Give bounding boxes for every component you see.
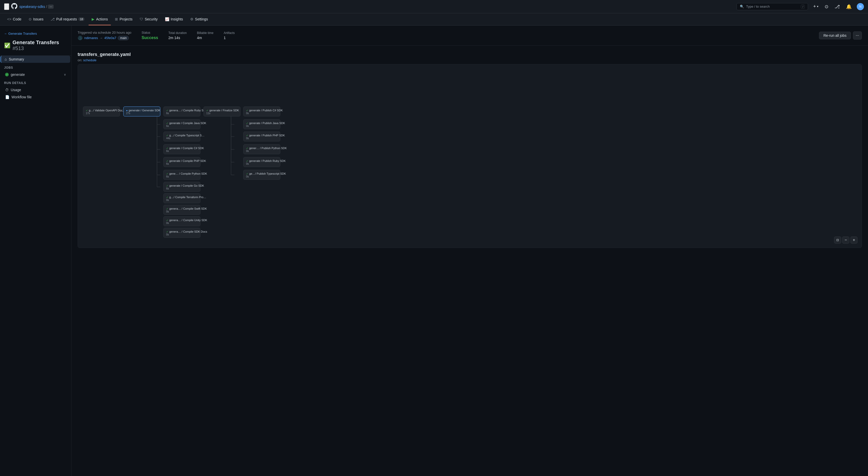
compile-go-icon: ✓ <box>166 184 168 187</box>
hamburger-button[interactable]: ☰ <box>4 3 9 10</box>
nav-settings[interactable]: ⚙ Settings <box>187 13 211 25</box>
compile-java-label: generate / Compile Java SDK <box>169 122 206 125</box>
breadcrumb[interactable]: ← Generate Transfers <box>0 30 71 38</box>
avatar[interactable]: N <box>857 3 864 10</box>
pullrequests-button[interactable]: ⎇ <box>834 3 841 10</box>
node-compile-ruby[interactable]: ✓ genera… / Compile Ruby SDK 6s <box>163 107 200 116</box>
create-button[interactable]: + ▾ <box>812 3 819 10</box>
arrow-icon: → <box>99 36 103 40</box>
nav-security[interactable]: 🛡 Security <box>136 13 161 25</box>
actions-label: Actions <box>96 17 108 21</box>
issues-nav-icon: ⊙ <box>29 17 32 21</box>
more-button[interactable]: ··· <box>853 31 862 39</box>
node-generate-sdk[interactable]: ● generate / Generate SDK 27s <box>123 107 160 116</box>
generate-sdk-status: ● generate / Generate SDK <box>126 109 157 112</box>
workflow-name: Generate Transfers #513 <box>12 39 67 51</box>
node-publish-java[interactable]: ✓ generate / Publish Java SDK 0s <box>243 119 280 129</box>
compile-java-status: ✓ generate / Compile Java SDK <box>166 122 197 125</box>
publish-cs-status: ✓ generate / Publish C# SDK <box>246 109 278 112</box>
publish-python-status: ✓ gener… / Publish Python SDK <box>246 147 278 150</box>
publish-ts-label: ge…/ Publish Typescript SDK <box>249 172 286 175</box>
node-finalize-sdk[interactable]: ✓ generate / Finalize SDK 11s <box>204 107 241 116</box>
node-compile-unity[interactable]: ✓ genera… / Compile Unity SDK 0s <box>163 216 200 226</box>
node-compile-php[interactable]: ✓ generate / Compile PHP SDK 6s <box>163 157 200 167</box>
compile-unity-time: 0s <box>166 222 197 225</box>
node-compile-java[interactable]: ✓ generate / Compile Java SDK 6s <box>163 119 200 129</box>
status-value: Success <box>142 35 158 40</box>
rerun-button[interactable]: Re-run all jobs <box>819 32 850 39</box>
node-validate[interactable]: ✓ g…/ Validate OpenAPI Doc… 17s <box>83 107 120 116</box>
org-name[interactable]: speakeasy-sdks <box>20 5 45 9</box>
pr-label: Pull requests <box>56 17 77 21</box>
notifications-button[interactable]: 🔔 <box>845 3 853 10</box>
workflow-canvas[interactable]: ✓ g…/ Validate OpenAPI Doc… 17s ● genera… <box>78 64 862 248</box>
issues-button[interactable]: ⊙ <box>824 3 830 10</box>
repo-name[interactable]: ··· <box>48 5 54 9</box>
run-header-right: Re-run all jobs ··· <box>819 31 862 39</box>
user-name[interactable]: ndimares <box>84 36 98 40</box>
publish-ruby-time: 0s <box>246 162 278 165</box>
commit-hash[interactable]: 45fe0a7 <box>104 36 116 40</box>
publish-ruby-icon: ✓ <box>246 159 248 162</box>
node-compile-python[interactable]: ✓ gene… / Compile Python SDK 6s <box>163 170 200 180</box>
nav-insights[interactable]: 📈 Insights <box>162 13 186 25</box>
run-number: #513 <box>12 46 24 51</box>
publish-ts-status: ✓ ge…/ Publish Typescript SDK <box>246 172 278 175</box>
search-shortcut: / <box>801 5 805 9</box>
repo-path: speakeasy-sdks / ··· <box>20 5 54 9</box>
status-label: Status <box>142 31 158 34</box>
sidebar-generate-job[interactable]: generate ∨ <box>1 71 70 78</box>
zoom-out-button[interactable]: − <box>842 236 849 244</box>
sidebar-summary[interactable]: ⌂ Summary <box>1 56 70 63</box>
sidebar-workflow-file[interactable]: 📄 Workflow file <box>1 93 70 100</box>
finalize-sdk-label: generate / Finalize SDK <box>209 109 239 112</box>
node-publish-php[interactable]: ✓ generate / Publish PHP SDK 0s <box>243 131 280 142</box>
fit-button[interactable]: ⊡ <box>834 236 841 244</box>
compile-swift-time: 0s <box>166 210 197 213</box>
compile-php-label: generate / Compile PHP SDK <box>169 159 206 162</box>
workflow-area: transfers_generate.yaml on: schedule <box>71 46 868 254</box>
compile-php-time: 6s <box>166 162 197 165</box>
compile-unity-icon: ✓ <box>166 219 168 222</box>
node-publish-python[interactable]: ✓ gener… / Publish Python SDK 0s <box>243 144 280 154</box>
node-compile-ts[interactable]: ✓ g…/ Compile Typescript S… 44s <box>163 131 200 142</box>
nav-projects[interactable]: ⊞ Projects <box>112 13 135 25</box>
search-placeholder: Type / to search <box>746 5 770 8</box>
node-compile-cs[interactable]: ✓ generate / Compile C# SDK 6s <box>163 144 200 154</box>
compile-python-status: ✓ gene… / Compile Python SDK <box>166 172 197 175</box>
node-publish-cs[interactable]: ✓ generate / Publish C# SDK 0s <box>243 107 280 116</box>
workflow-trigger: on: schedule <box>78 58 862 62</box>
github-logo[interactable] <box>11 3 18 10</box>
settings-icon: ⚙ <box>190 17 193 21</box>
workflow-status-icon: ✅ <box>4 42 10 49</box>
publish-java-label: generate / Publish Java SDK <box>249 122 285 125</box>
finalize-sdk-status: ✓ generate / Finalize SDK <box>206 109 238 112</box>
nav-pullrequests[interactable]: ⎇ Pull requests 18 <box>48 13 88 25</box>
node-compile-terraform[interactable]: ✓ g…/ Compile Terraform Pro… 0s <box>163 193 200 203</box>
sidebar-usage[interactable]: ⏱ Usage <box>1 86 70 93</box>
compile-java-time: 6s <box>166 125 197 127</box>
search-bar[interactable]: 🔍 Type / to search / <box>737 3 808 10</box>
zoom-in-button[interactable]: + <box>850 236 858 244</box>
node-compile-swift[interactable]: ✓ genera… / Compile Swift SDK 0s <box>163 205 200 215</box>
nav-code[interactable]: <> Code <box>4 13 25 25</box>
summary-label: Summary <box>9 57 24 61</box>
compile-cs-icon: ✓ <box>166 147 168 150</box>
insights-label: Insights <box>171 17 183 21</box>
plus-icon: + <box>813 4 816 9</box>
nav-issues[interactable]: ⊙ Issues <box>26 13 46 25</box>
compile-ts-time: 44s <box>166 137 197 140</box>
artifacts-value[interactable]: 1 <box>224 36 235 40</box>
node-compile-sdk-docs[interactable]: ✓ genera… / Compile SDK Docs 0s <box>163 228 200 238</box>
node-compile-go[interactable]: ✓ generate / Compile Go SDK 6s <box>163 182 200 192</box>
compile-python-time: 6s <box>166 175 197 178</box>
finalize-sdk-icon: ✓ <box>206 109 208 112</box>
nav-actions[interactable]: ▶ Actions <box>89 13 111 25</box>
publish-ts-icon: ✓ <box>246 172 248 175</box>
compile-terraform-icon: ✓ <box>166 196 168 199</box>
file-icon: 📄 <box>5 95 9 99</box>
artifacts-label: Artifacts <box>224 31 235 35</box>
home-icon: ⌂ <box>5 57 7 61</box>
node-publish-ts[interactable]: ✓ ge…/ Publish Typescript SDK 0s <box>243 170 280 180</box>
node-publish-ruby[interactable]: ✓ generate / Publish Ruby SDK 0s <box>243 157 280 167</box>
